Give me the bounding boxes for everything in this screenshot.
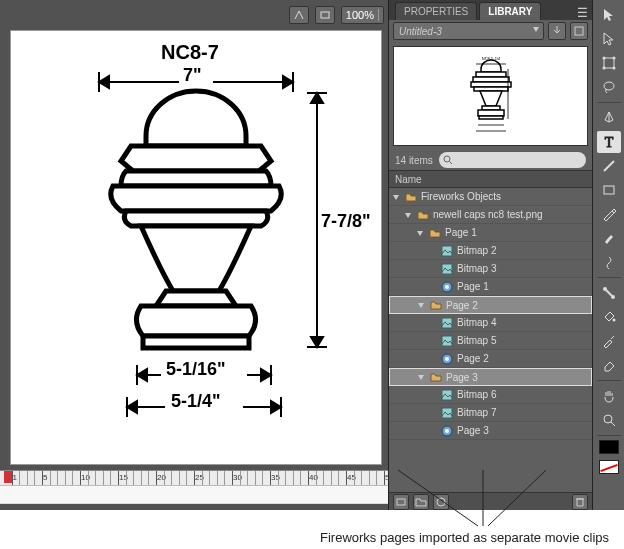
panel-menu-icon[interactable]: ☰ [577, 6, 588, 20]
lasso-tool[interactable] [597, 76, 621, 98]
library-preview: NC8-5-1/4 [393, 46, 588, 146]
dim-top-arrow [91, 67, 301, 97]
delete-button[interactable] [572, 494, 588, 510]
free-transform-tool[interactable] [597, 52, 621, 74]
timeline-track[interactable] [0, 485, 388, 503]
search-input[interactable] [453, 155, 582, 166]
stage-tool-2[interactable] [315, 6, 335, 24]
svg-point-47 [602, 57, 605, 60]
stroke-color-swatch[interactable] [599, 460, 619, 474]
tree-page-folder[interactable]: Page 2 [389, 296, 592, 314]
disclosure-triangle-icon[interactable] [391, 193, 401, 201]
svg-rect-0 [321, 12, 329, 18]
pin-button[interactable] [548, 22, 566, 40]
document-select[interactable]: Untitled-3 [393, 22, 544, 40]
new-folder-button[interactable] [413, 494, 429, 510]
row-label: Bitmap 4 [457, 317, 496, 328]
pen-tool[interactable] [597, 107, 621, 129]
row-type-icon [440, 388, 454, 402]
row-type-icon [404, 190, 418, 204]
svg-point-39 [445, 357, 449, 361]
fill-color-swatch[interactable] [599, 440, 619, 454]
svg-point-30 [444, 156, 450, 162]
search-icon [443, 155, 453, 165]
pencil-tool[interactable] [597, 203, 621, 225]
zoom-control[interactable]: 100% [341, 6, 384, 24]
library-footer [389, 492, 592, 510]
library-header-name[interactable]: Name [389, 170, 592, 188]
row-type-icon [440, 352, 454, 366]
tree-bitmap-item[interactable]: Bitmap 7 [389, 404, 592, 422]
svg-point-43 [445, 429, 449, 433]
text-tool[interactable]: T [597, 131, 621, 153]
hand-tool[interactable] [597, 385, 621, 407]
library-tree[interactable]: Fireworks Objectsnewell caps nc8 test.pn… [389, 188, 592, 478]
new-library-button[interactable] [570, 22, 588, 40]
disclosure-triangle-icon[interactable] [416, 373, 426, 381]
tree-bitmap-item[interactable]: Bitmap 2 [389, 242, 592, 260]
subselect-tool[interactable] [597, 28, 621, 50]
paint-bucket-tool[interactable] [597, 306, 621, 328]
rectangle-tool[interactable] [597, 179, 621, 201]
row-type-icon [440, 280, 454, 294]
dim-b1-arrow [129, 363, 279, 387]
row-type-icon [440, 244, 454, 258]
library-panel: PROPERTIES LIBRARY ☰ Untitled-3 NC8-5-1/ [388, 0, 592, 510]
panel-tabs: PROPERTIES LIBRARY ☰ [389, 0, 592, 20]
dim-right: 7-7/8" [321, 211, 371, 232]
new-symbol-button[interactable] [393, 494, 409, 510]
diagram-title: NC8-7 [161, 41, 219, 64]
tree-movieclip-item[interactable]: Page 3 [389, 422, 592, 440]
timeline-ruler[interactable]: 15101520253035404550 [0, 470, 388, 504]
disclosure-triangle-icon[interactable] [403, 211, 413, 219]
disclosure-triangle-icon[interactable] [415, 229, 425, 237]
zoom-tool[interactable] [597, 409, 621, 431]
item-count: 14 items [395, 155, 433, 166]
svg-rect-23 [478, 110, 504, 116]
row-label: Page 2 [446, 300, 478, 311]
tree-movieclip-item[interactable]: Page 1 [389, 278, 592, 296]
tree-bitmap-item[interactable]: Bitmap 6 [389, 386, 592, 404]
svg-rect-46 [604, 58, 614, 68]
tree-bitmap-item[interactable]: Bitmap 3 [389, 260, 592, 278]
svg-line-31 [449, 162, 452, 165]
svg-rect-1 [143, 336, 249, 348]
row-label: Page 3 [446, 372, 478, 383]
disclosure-triangle-icon[interactable] [416, 301, 426, 309]
bone-tool[interactable] [597, 282, 621, 304]
tab-properties[interactable]: PROPERTIES [395, 2, 477, 20]
svg-rect-17 [575, 27, 583, 35]
properties-button[interactable] [433, 494, 449, 510]
svg-line-58 [606, 290, 612, 296]
svg-text:NC8-5-1/4: NC8-5-1/4 [481, 56, 500, 61]
line-tool[interactable] [597, 155, 621, 177]
tree-bitmap-item[interactable]: Bitmap 5 [389, 332, 592, 350]
tab-library[interactable]: LIBRARY [479, 2, 541, 20]
eraser-tool[interactable] [597, 354, 621, 376]
eyedropper-tool[interactable] [597, 330, 621, 352]
svg-point-49 [602, 67, 605, 70]
deco-tool[interactable] [597, 251, 621, 273]
library-search[interactable] [439, 152, 586, 168]
row-type-icon [416, 208, 430, 222]
svg-rect-44 [397, 499, 405, 505]
svg-point-60 [604, 415, 612, 423]
stage-toolbar: 100% [289, 4, 384, 26]
row-type-icon [440, 406, 454, 420]
stage-tool-1[interactable] [289, 6, 309, 24]
tree-page-folder[interactable]: Page 1 [389, 224, 592, 242]
tree-movieclip-item[interactable]: Page 2 [389, 350, 592, 368]
annotation-callout: Fireworks pages imported as separate mov… [300, 508, 620, 548]
tree-page-folder[interactable]: Page 3 [389, 368, 592, 386]
stage[interactable]: NC8-7 7" 7-7/8" [10, 30, 382, 465]
tree-bitmap-item[interactable]: Bitmap 4 [389, 314, 592, 332]
brush-tool[interactable] [597, 227, 621, 249]
row-type-icon [428, 226, 442, 240]
svg-rect-55 [604, 186, 614, 194]
row-label: Bitmap 6 [457, 389, 496, 400]
tree-folder-file[interactable]: newell caps nc8 test.png [389, 206, 592, 224]
tree-folder-root[interactable]: Fireworks Objects [389, 188, 592, 206]
selection-tool[interactable] [597, 4, 621, 26]
row-type-icon [429, 298, 443, 312]
ruler-mark: 5 [43, 473, 47, 482]
